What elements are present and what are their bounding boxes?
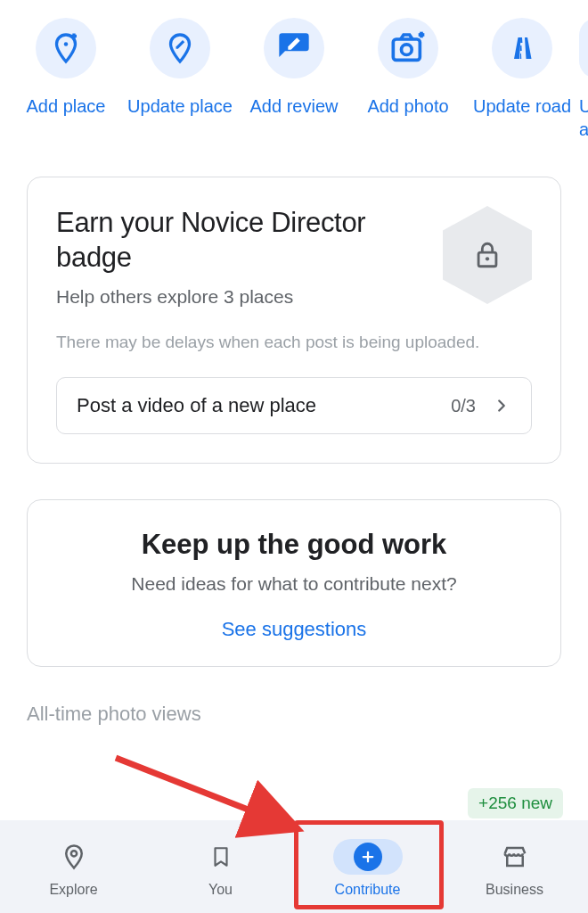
action-label: Add place (27, 95, 106, 118)
action-add-photo[interactable]: Add photo (351, 18, 465, 141)
badge-card: Earn your Novice Director badge Help oth… (27, 177, 561, 464)
svg-point-0 (64, 42, 69, 46)
action-peek: U a (579, 18, 588, 141)
bookmark-icon (186, 839, 256, 875)
action-label: Add photo (367, 95, 448, 118)
chevron-right-icon (492, 396, 511, 415)
add-review-icon (264, 18, 324, 78)
nav-label: Explore (49, 882, 97, 898)
good-work-title: Keep up the good work (56, 529, 532, 561)
good-work-card: Keep up the good work Need ideas for wha… (27, 499, 561, 667)
badge-title: Earn your Novice Director badge (56, 206, 425, 276)
update-place-icon (150, 18, 210, 78)
nav-explore[interactable]: Explore (0, 839, 147, 898)
action-update-road[interactable]: Update road (465, 18, 579, 141)
action-label: Add review (250, 95, 339, 118)
badge-subtitle: Help others explore 3 places (56, 286, 425, 308)
svg-point-9 (70, 851, 76, 856)
nav-label: Business (486, 882, 543, 898)
badge-task-row[interactable]: Post a video of a new place 0/3 (56, 377, 532, 434)
badge-note: There may be delays when each post is be… (56, 331, 532, 355)
task-count: 0/3 (451, 396, 476, 416)
add-photo-icon (378, 18, 438, 78)
action-add-review[interactable]: Add review (237, 18, 351, 141)
views-delta-badge: +256 new (468, 788, 563, 818)
nav-label: You (208, 882, 233, 898)
contribute-actions-row: Add place Update place Add review Add ph… (0, 0, 588, 141)
action-add-place[interactable]: Add place (9, 18, 123, 141)
svg-line-12 (116, 758, 298, 829)
add-place-icon (36, 18, 96, 78)
svg-rect-3 (393, 39, 420, 60)
action-label: U a (579, 95, 588, 141)
nav-contribute[interactable]: Contribute (294, 839, 441, 898)
update-road-icon (492, 18, 552, 78)
plus-circle-icon (333, 839, 403, 875)
storefront-icon (480, 839, 550, 875)
svg-point-4 (402, 45, 412, 55)
bottom-nav: Explore You Contribute Business (0, 820, 588, 913)
action-label: Update road (473, 95, 571, 118)
nav-business[interactable]: Business (441, 839, 588, 898)
nav-label: Contribute (335, 882, 401, 898)
svg-point-8 (486, 257, 489, 260)
peek-icon (579, 18, 588, 78)
lock-badge-icon (443, 206, 532, 304)
all-time-views-label: All-time photo views (27, 703, 561, 726)
task-label: Post a video of a new place (77, 394, 451, 417)
action-update-place[interactable]: Update place (123, 18, 237, 141)
nav-you[interactable]: You (147, 839, 294, 898)
see-suggestions-link[interactable]: See suggestions (222, 618, 367, 641)
pin-outline-icon (39, 839, 109, 875)
action-label: Update place (127, 95, 233, 118)
good-work-subtitle: Need ideas for what to contribute next? (56, 573, 532, 595)
